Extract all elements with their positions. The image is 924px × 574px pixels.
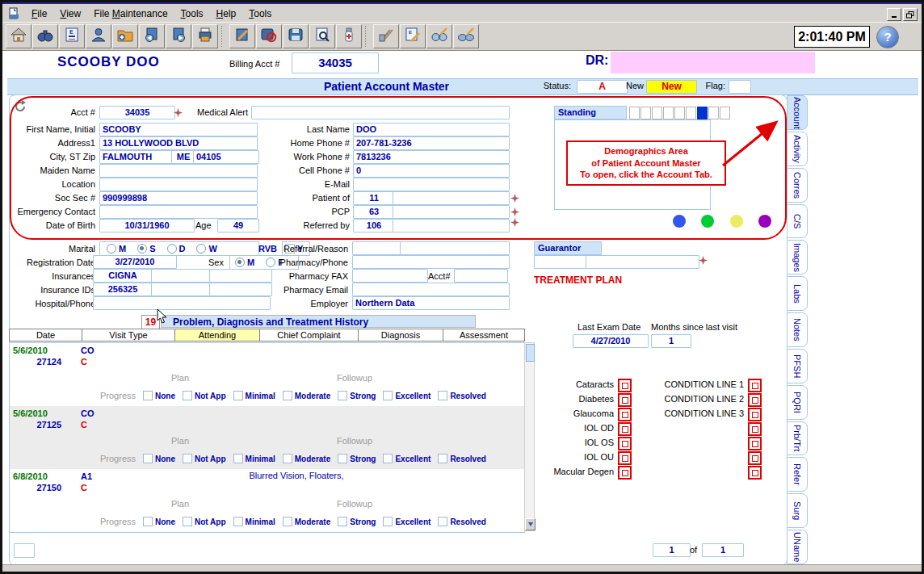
standing-order-box-6[interactable] bbox=[686, 107, 696, 119]
pharmacy-fax-field[interactable] bbox=[352, 269, 428, 283]
tab-pfsh[interactable]: PFSH bbox=[787, 349, 808, 383]
progress-option-resolved[interactable]: Resolved bbox=[438, 517, 485, 526]
acct-field[interactable]: 34035 bbox=[99, 106, 175, 119]
flag-field[interactable] bbox=[729, 80, 751, 94]
tab-uname[interactable]: UName bbox=[787, 530, 808, 564]
menu-item-tools[interactable]: Tools bbox=[174, 7, 210, 20]
history-column-visit-type[interactable]: Visit Type bbox=[82, 329, 175, 341]
progress-option-moderate[interactable]: Moderate bbox=[283, 454, 330, 463]
standing-order-box-5[interactable] bbox=[674, 107, 685, 119]
progress-option-none[interactable]: None bbox=[143, 517, 175, 526]
pharmacy-button[interactable] bbox=[336, 24, 362, 48]
medical-alert-field[interactable] bbox=[251, 106, 510, 119]
age-field[interactable]: 49 bbox=[217, 219, 259, 233]
progress-option-minimal[interactable]: Minimal bbox=[233, 517, 275, 526]
tab-c-s[interactable]: C/S bbox=[787, 204, 808, 239]
condition-checkbox-macular-degen[interactable] bbox=[618, 466, 632, 480]
referral-field-2[interactable] bbox=[400, 241, 510, 255]
condition-checkbox-iol-od[interactable] bbox=[618, 422, 632, 436]
city-field[interactable]: FALMOUTH bbox=[99, 150, 173, 164]
progress-option-excellent[interactable]: Excellent bbox=[383, 391, 430, 400]
progress-checkbox[interactable] bbox=[338, 517, 347, 526]
guarantor-field-1[interactable] bbox=[534, 255, 587, 269]
referral-field-1[interactable] bbox=[352, 241, 401, 255]
treatment-plan-label[interactable]: TREATMENT PLAN bbox=[534, 274, 622, 286]
page-total-field[interactable]: 1 bbox=[702, 543, 744, 557]
progress-option-none[interactable]: None bbox=[143, 391, 175, 400]
progress-option-not-app[interactable]: Not App bbox=[183, 391, 226, 400]
history-column-attending[interactable]: Attending bbox=[175, 329, 260, 341]
tab-account[interactable]: Account bbox=[787, 95, 808, 130]
status-field[interactable]: A bbox=[577, 80, 628, 94]
progress-checkbox[interactable] bbox=[383, 391, 393, 400]
condition-line-checkbox-7[interactable] bbox=[748, 466, 762, 480]
patient-button[interactable] bbox=[86, 24, 111, 48]
history-row-2[interactable]: 5/6/2010CO27125CPlanFollowupProgressNone… bbox=[10, 406, 524, 469]
ssn-field[interactable]: 990999898 bbox=[99, 191, 258, 205]
insurance-3-field[interactable] bbox=[209, 269, 272, 283]
sex-radio-m[interactable] bbox=[235, 258, 245, 267]
tab-corres[interactable]: Corres bbox=[787, 168, 808, 203]
marital-radio-m[interactable] bbox=[107, 244, 116, 253]
progress-checkbox[interactable] bbox=[233, 517, 243, 526]
months-since-field[interactable]: 1 bbox=[651, 334, 691, 348]
condition-line-checkbox-3[interactable] bbox=[748, 408, 762, 421]
condition-checkbox-cataracts[interactable] bbox=[618, 379, 632, 392]
progress-option-none[interactable]: None bbox=[143, 454, 175, 463]
history-column-diagnosis[interactable]: Diagnosis bbox=[359, 329, 443, 341]
tab-notes[interactable]: Notes bbox=[787, 312, 808, 347]
hospital-phone-field[interactable] bbox=[93, 296, 271, 310]
first-name-field[interactable]: SCOOBY bbox=[99, 123, 258, 136]
marital-radio-w[interactable] bbox=[196, 244, 206, 253]
scrollbar-down-icon[interactable] bbox=[525, 518, 536, 530]
progress-option-minimal[interactable]: Minimal bbox=[233, 391, 275, 400]
pharmacy-phone-field[interactable] bbox=[352, 255, 510, 269]
progress-checkbox[interactable] bbox=[143, 391, 153, 400]
progress-checkbox[interactable] bbox=[338, 454, 347, 463]
referred-by-field[interactable]: 106 bbox=[353, 219, 395, 233]
condition-line-checkbox-6[interactable] bbox=[748, 451, 762, 465]
progress-checkbox[interactable] bbox=[283, 391, 292, 400]
condition-line-checkbox-5[interactable] bbox=[748, 437, 762, 450]
tab-labs[interactable]: Labs bbox=[787, 276, 808, 311]
progress-option-moderate[interactable]: Moderate bbox=[283, 391, 330, 400]
progress-checkbox[interactable] bbox=[383, 454, 393, 463]
footer-checkbox[interactable] bbox=[14, 543, 35, 558]
insurance-id-3-field[interactable] bbox=[209, 283, 272, 296]
progress-option-resolved[interactable]: Resolved bbox=[438, 391, 485, 400]
sex-option-m[interactable]: M bbox=[235, 258, 254, 267]
menu-item-tools[interactable]: Tools bbox=[242, 7, 278, 20]
tab-prb-trt[interactable]: Prb/Trt bbox=[787, 421, 808, 456]
condition-line-checkbox-2[interactable] bbox=[748, 393, 762, 407]
progress-option-minimal[interactable]: Minimal bbox=[233, 454, 275, 463]
state-field[interactable]: ME bbox=[171, 150, 195, 164]
billing-acct-field[interactable]: 34035 bbox=[292, 52, 379, 73]
pcp-field[interactable]: 63 bbox=[353, 205, 395, 219]
history-column-chief-complaint[interactable]: Chief Complaint bbox=[260, 329, 359, 341]
marital-radio-d[interactable] bbox=[167, 244, 177, 253]
exam-instruments-button[interactable] bbox=[373, 24, 399, 48]
progress-checkbox[interactable] bbox=[233, 391, 243, 400]
home-phone-field[interactable]: 207-781-3236 bbox=[353, 136, 510, 150]
contact-lens-edit-button[interactable] bbox=[453, 24, 479, 48]
minimize-icon[interactable] bbox=[887, 8, 901, 21]
cell-phone-field[interactable]: 0 bbox=[353, 164, 510, 178]
progress-option-excellent[interactable]: Excellent bbox=[383, 517, 430, 526]
progress-option-strong[interactable]: Strong bbox=[338, 391, 376, 400]
history-column-assessment[interactable]: Assessment bbox=[443, 329, 524, 341]
previous-record-button[interactable] bbox=[139, 24, 165, 48]
last-exam-field[interactable]: 4/27/2010 bbox=[573, 334, 649, 348]
marital-radio-s[interactable] bbox=[137, 244, 147, 253]
pharmacy-acct-field[interactable] bbox=[454, 269, 508, 283]
registration-date-field[interactable]: 3/27/2010 bbox=[93, 255, 177, 269]
dob-field[interactable]: 10/31/1960 bbox=[99, 219, 195, 233]
tab-images[interactable]: Images bbox=[787, 240, 808, 274]
history-scrollbar[interactable] bbox=[524, 342, 535, 531]
progress-checkbox[interactable] bbox=[438, 454, 447, 463]
progress-option-excellent[interactable]: Excellent bbox=[383, 454, 430, 463]
progress-option-moderate[interactable]: Moderate bbox=[283, 517, 330, 526]
patient-of-name-field[interactable] bbox=[393, 191, 510, 205]
progress-checkbox[interactable] bbox=[183, 517, 192, 526]
progress-checkbox[interactable] bbox=[438, 517, 447, 526]
condition-line-checkbox-1[interactable] bbox=[748, 379, 762, 392]
